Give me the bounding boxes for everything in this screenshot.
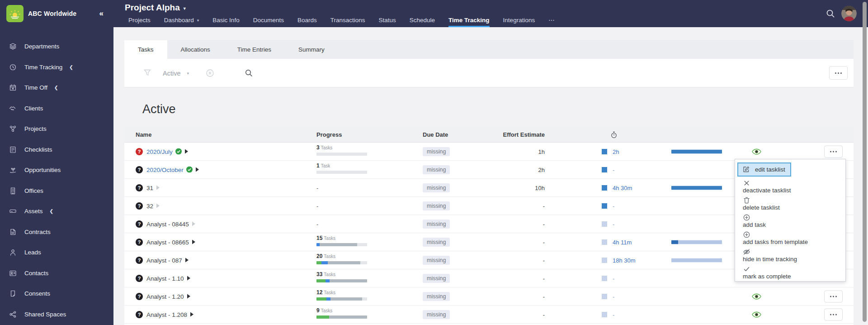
menu-item-edit-tasklist[interactable]: edit tasklist [735, 161, 845, 178]
calendar-x-icon [9, 84, 17, 92]
row-menu-button[interactable] [824, 290, 843, 302]
collapse-sidebar-icon[interactable]: « [99, 0, 104, 27]
clear-filter-icon[interactable] [206, 69, 214, 77]
due-date-badge: missing [423, 201, 450, 210]
menu-item-add-task[interactable]: add task [735, 212, 845, 229]
subtab-tasks[interactable]: Tasks [124, 40, 167, 59]
top-bar: ABC Worldwide « Project Alpha ▾ Projects… [0, 0, 868, 27]
menu-item-add-tasks-from-template[interactable]: add tasks from template [735, 229, 845, 247]
logged-time-value: 4h 11m [613, 239, 632, 245]
expand-arrow-icon[interactable] [184, 149, 189, 154]
tasklist-name[interactable]: Analyst - 08665 [146, 239, 189, 245]
logged-time-value: - [613, 202, 614, 209]
tasklist-name[interactable]: Analyst - 087 [146, 257, 182, 263]
filter-value-dropdown[interactable]: Active ▾ [163, 59, 189, 87]
nav-item-integrations[interactable]: Integrations [503, 17, 535, 27]
table-search-icon[interactable] [245, 69, 253, 77]
expand-arrow-icon[interactable] [187, 276, 191, 281]
filter-funnel-icon[interactable] [143, 69, 151, 77]
eyeslash-icon [743, 248, 750, 256]
sidebar-item-assets[interactable]: Assets ❮ [0, 201, 113, 222]
contract-icon [9, 228, 17, 236]
sidebar-item-time-off[interactable]: Time Off ❮ [0, 77, 113, 98]
menu-item-delete-tasklist[interactable]: delete tasklist [735, 195, 845, 212]
sidebar-item-consents[interactable]: Consents [0, 283, 113, 304]
expand-arrow-icon[interactable] [187, 294, 191, 299]
tasklist-status-icon: ? [136, 166, 143, 173]
expand-arrow-icon[interactable] [195, 167, 199, 172]
sidebar-item-offices[interactable]: Offices [0, 181, 113, 201]
column-header-due-date: Due Date [423, 127, 448, 143]
row-menu-button[interactable] [824, 308, 843, 320]
logged-time-square-icon [602, 203, 607, 209]
sidebar-item-projects[interactable]: Projects [0, 119, 113, 139]
tasklist-name[interactable]: 32 [146, 202, 153, 209]
expand-arrow-icon[interactable] [192, 221, 196, 227]
row-menu-button[interactable] [824, 145, 843, 158]
expand-arrow-icon[interactable] [192, 239, 196, 245]
global-search-icon[interactable] [826, 9, 835, 19]
vertical-scrollbar-thumb[interactable] [863, 2, 867, 322]
progress-cell: 12Tasks [316, 289, 368, 301]
page-title[interactable]: Project Alpha ▾ [125, 3, 186, 13]
sidebar-item-leads[interactable]: Leads [0, 242, 113, 263]
visibility-eye-icon[interactable] [752, 311, 761, 318]
completed-check-icon [186, 167, 193, 173]
tasklist-name[interactable]: 2020/October [146, 166, 184, 173]
logged-time-value: - [613, 220, 614, 227]
tasklist-name[interactable]: Analyst - 1.20 [146, 293, 184, 300]
tasklist-name[interactable]: 2020/July [146, 148, 173, 155]
menu-item-mark-as-complete[interactable]: mark as complete [735, 264, 845, 281]
effort-estimate-value: - [477, 239, 545, 245]
nav-item-status[interactable]: Status [378, 17, 396, 27]
logged-time-value: 2h [613, 148, 619, 155]
tasklist-status-icon: ? [136, 293, 143, 300]
sidebar-item-time-tracking[interactable]: Time Tracking ❮ [0, 57, 113, 78]
nav-item-projects[interactable]: Projects [128, 17, 151, 27]
tasklist-status-icon: ? [136, 257, 143, 264]
logged-time-square-icon [602, 294, 607, 299]
nav-item-dashboard[interactable]: Dashboard▾ [164, 17, 199, 27]
expand-arrow-icon[interactable] [185, 258, 189, 263]
sidebar-item-departments[interactable]: Departments [0, 36, 113, 57]
sidebar-item-clients[interactable]: Clients [0, 98, 113, 119]
user-avatar[interactable] [841, 6, 857, 21]
visibility-eye-icon[interactable] [752, 148, 761, 155]
company-logo-icon[interactable] [6, 5, 24, 22]
tasklist-name[interactable]: Analyst - 1.10 [146, 275, 184, 282]
nav-item-time-tracking[interactable]: Time Tracking [448, 17, 490, 27]
table-options-button[interactable] [829, 66, 848, 80]
progress-bar [316, 279, 367, 282]
logged-time-value: - [613, 166, 614, 173]
nav-item--[interactable]: ⋯ [548, 16, 555, 27]
subtab-time-entries[interactable]: Time Entries [224, 40, 285, 59]
logged-time-square-icon [602, 167, 607, 172]
expand-arrow-icon[interactable] [156, 203, 160, 209]
tasklist-name[interactable]: Analyst - 08445 [146, 220, 189, 227]
sidebar-item-contracts[interactable]: Contracts [0, 222, 113, 243]
subtab-allocations[interactable]: Allocations [167, 40, 224, 59]
section-heading: Active [142, 102, 176, 116]
tasklist-name[interactable]: Analyst - 1.208 [146, 311, 187, 318]
logged-time-square-icon [602, 185, 607, 191]
table-header: Name Progress Due Date Effort Estimate [124, 127, 854, 143]
due-date-badge: missing [423, 183, 450, 192]
tasklist-name[interactable]: 31 [146, 184, 153, 191]
nav-item-documents[interactable]: Documents [253, 17, 284, 27]
sidebar-item-shared-spaces[interactable]: Shared Spaces [0, 304, 113, 325]
progress-cell: 1Task [316, 162, 368, 174]
expand-arrow-icon[interactable] [190, 312, 194, 317]
sidebar-item-opportunities[interactable]: Opportunities [0, 160, 113, 181]
sidebar-item-checklists[interactable]: Checklists [0, 139, 113, 160]
nav-item-transactions[interactable]: Transactions [330, 17, 365, 27]
expand-arrow-icon[interactable] [156, 185, 160, 191]
menu-item-hide-in-time-tracking[interactable]: hide in time tracking [735, 247, 845, 264]
menu-item-deactivate-tasklist[interactable]: deactivate tasklist [735, 178, 845, 195]
nav-item-basic-info[interactable]: Basic Info [212, 17, 239, 27]
effort-estimate-value: - [477, 257, 545, 263]
sidebar-item-contacts[interactable]: Contacts [0, 263, 113, 284]
nav-item-schedule[interactable]: Schedule [410, 17, 435, 27]
subtab-summary[interactable]: Summary [285, 40, 338, 59]
nav-item-boards[interactable]: Boards [297, 17, 317, 27]
visibility-eye-icon[interactable] [752, 293, 761, 300]
